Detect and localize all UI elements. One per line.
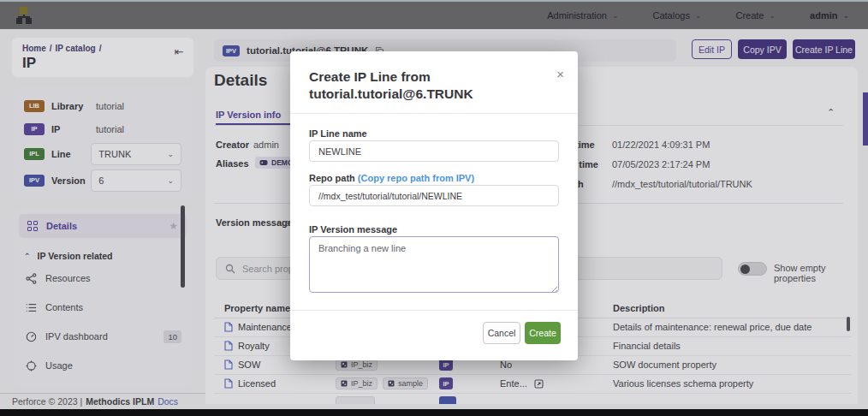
copy-repo-path-link[interactable]: (Copy repo path from IPV): [358, 173, 474, 183]
ip-line-name-label: IP Line name: [309, 128, 367, 139]
app-screen: Administration ⌄ Catalogs ⌄ Create ⌄ adm…: [0, 0, 868, 416]
cancel-button[interactable]: Cancel: [483, 322, 520, 344]
ip-line-name-input[interactable]: [309, 140, 559, 162]
modal-footer-divider: [290, 310, 578, 311]
repo-path-label: Repo path (Copy repo path from IPV): [309, 173, 474, 183]
modal-header-divider: [290, 113, 578, 114]
repo-path-label-text: Repo path: [309, 173, 355, 183]
modal-title-line1: Create IP Line from: [309, 68, 540, 86]
close-icon[interactable]: ×: [556, 67, 564, 81]
repo-path-input[interactable]: [309, 185, 559, 206]
ip-version-message-textarea[interactable]: Branching a new line: [309, 236, 559, 293]
create-ip-line-modal: Create IP Line from tutorial.tutorial@6.…: [290, 51, 578, 360]
modal-title: Create IP Line from tutorial.tutorial@6.…: [309, 68, 540, 103]
modal-title-line2: tutorial.tutorial@6.TRUNK: [309, 86, 540, 103]
ip-version-message-label: IP Version message: [309, 224, 397, 235]
create-button[interactable]: Create: [525, 322, 561, 344]
